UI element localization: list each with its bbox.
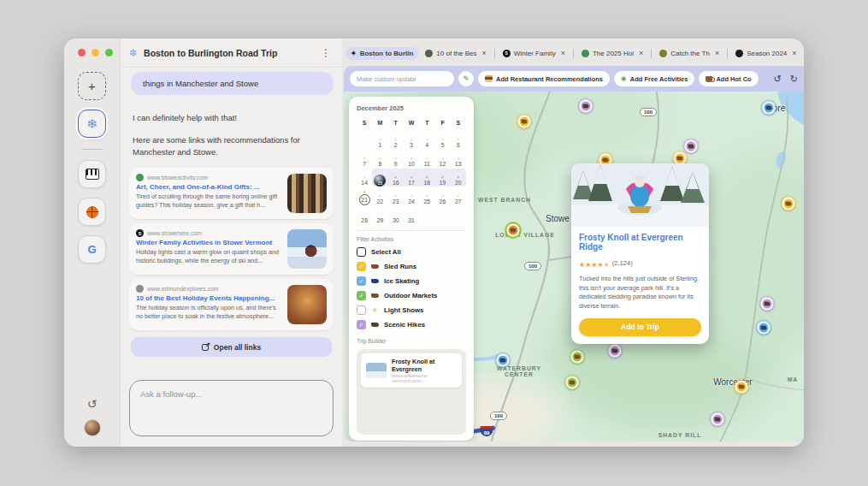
calendar-date-cell[interactable]: ✳12 (434, 150, 450, 168)
tab-10-of-the-best[interactable]: 10 of the Bes × (420, 46, 491, 60)
custom-update-input[interactable] (350, 71, 454, 86)
calendar-date-cell[interactable]: ✳22 (372, 187, 387, 205)
user-avatar[interactable] (84, 419, 101, 436)
calendar-date-cell[interactable]: ✳2 (388, 131, 404, 149)
map-marker-sled[interactable] (735, 381, 748, 394)
close-tab-icon[interactable]: × (639, 49, 643, 57)
add-hot-cocoa-button[interactable]: Add Hot Co (699, 71, 758, 86)
filter-item-ice-skating[interactable]: ✓Ice Skating (357, 276, 466, 286)
map-marker-hiking-boot[interactable] (761, 298, 774, 311)
new-space-button[interactable]: + (78, 72, 106, 100)
calendar-date-cell[interactable]: ✳13 (451, 150, 466, 168)
followup-input[interactable] (129, 380, 334, 436)
undo-icon[interactable]: ↺ (774, 74, 782, 85)
kebab-menu-icon[interactable]: ⋮ (318, 47, 334, 59)
calendar-date-cell[interactable]: ✳3 (404, 131, 419, 149)
calendar-date-cell[interactable]: ✳26 (434, 187, 450, 205)
map-marker-ice-skate[interactable] (497, 354, 510, 367)
zoom-window-button[interactable] (105, 49, 113, 56)
map-marker-sled[interactable] (571, 351, 584, 364)
calendar-date-cell[interactable]: 15 (372, 169, 387, 187)
calendar-date-cell[interactable]: ✳25 (419, 187, 434, 205)
map-marker-basket[interactable] (507, 224, 520, 237)
checkbox[interactable] (357, 247, 366, 257)
calendar-date-cell[interactable]: ✳27 (451, 187, 466, 205)
open-all-links-button[interactable]: Open all links (131, 337, 332, 357)
browser-area: ✦ Boston to Burlin 10 of the Bes × S Win… (342, 39, 804, 447)
calendar-selected-ring[interactable]: 21 (359, 194, 370, 205)
tab-the-2025-holiday[interactable]: The 2025 Hol × (576, 46, 648, 60)
filter-item-light-shows[interactable]: ✳Light Shows (357, 305, 466, 315)
calendar-date-cell[interactable]: ✳7 (357, 150, 372, 168)
checkbox[interactable]: ✓ (357, 320, 366, 329)
calendar-date-cell[interactable]: ✳6 (451, 131, 466, 149)
edit-pencil-button[interactable]: ✎ (458, 71, 474, 86)
calendar-date-cell[interactable]: ✳10 (404, 150, 419, 168)
history-icon[interactable]: ↺ (87, 397, 97, 411)
sidebar-item-google-app[interactable]: G (78, 235, 106, 264)
calendar-date-cell[interactable]: ✳19 (434, 169, 450, 187)
map-marker-hiking-boot[interactable] (685, 140, 698, 153)
sidebar-item-snowflake-app[interactable]: ❄ (78, 110, 106, 138)
close-window-button[interactable] (78, 49, 86, 56)
checkbox[interactable]: ✓ (357, 276, 366, 286)
close-tab-icon[interactable]: × (561, 49, 565, 57)
add-restaurant-recommendations-button[interactable]: Add Restaurant Recommendations (478, 71, 610, 86)
calendar-date-cell[interactable]: ✳11 (419, 150, 434, 168)
chat-messages[interactable]: things in Manchester and Stowe I can def… (121, 68, 342, 373)
map-canvas[interactable]: WEST BRANCHStoweLOWER VILLAGEWATERBURY C… (344, 92, 804, 442)
link-card[interactable]: www.edmundexplores.com 10 of the Best Ho… (129, 279, 334, 330)
calendar-date-cell[interactable]: ✳5 (434, 131, 450, 149)
map-marker-hiking-boot[interactable] (580, 100, 593, 113)
tab-boston-to-burlington[interactable]: ✦ Boston to Burlin (345, 47, 418, 60)
calendar-date-cell[interactable]: ✳8 (372, 150, 387, 168)
calendar-date-cell[interactable]: ✳14 (357, 169, 372, 187)
basketball-icon (86, 206, 98, 218)
redo-icon[interactable]: ↻ (790, 74, 798, 85)
calendar-date-cell[interactable]: ✳4 (419, 131, 434, 149)
checkbox[interactable]: ✓ (357, 262, 366, 271)
add-free-activities-button[interactable]: ✳ Add Free Activities (614, 71, 694, 86)
close-tab-icon[interactable]: × (482, 49, 487, 57)
calendar-date-cell[interactable]: ✳1 (372, 131, 387, 149)
sidebar-item-basketball-app[interactable] (78, 198, 106, 226)
close-tab-icon[interactable]: × (715, 49, 719, 57)
filter-item-sled-runs[interactable]: ✓Sled Runs (357, 262, 466, 271)
calendar-date-cell[interactable]: ✳18 (419, 169, 434, 187)
trip-builder-item[interactable]: Frosty Knoll at Evergreen www.adventure-… (361, 353, 462, 388)
tab-season-2024[interactable]: Season 2024 × (730, 46, 801, 60)
map-marker-hiking-boot[interactable] (609, 345, 622, 358)
map-marker-basket[interactable] (566, 376, 579, 389)
map-marker-sled[interactable] (518, 116, 531, 128)
calendar-date-cell[interactable]: 28 (357, 206, 372, 224)
add-to-trip-button[interactable]: Add to Trip (579, 318, 701, 336)
calendar-date-cell[interactable]: ✳21 (357, 187, 372, 205)
map-marker-sled[interactable] (782, 198, 795, 210)
calendar-date-cell[interactable]: ✳9 (388, 150, 404, 168)
calendar-date-cell[interactable]: 31 (404, 206, 419, 224)
calendar-date-cell[interactable]: 30 (388, 206, 404, 224)
map-marker-hiking-boot[interactable] (712, 413, 724, 426)
checkbox[interactable]: ✓ (357, 291, 366, 300)
tab-winter-family[interactable]: S Winter Family × (498, 46, 570, 60)
checkbox[interactable] (357, 305, 366, 315)
minimize-window-button[interactable] (92, 49, 99, 56)
calendar-avatar-day[interactable]: 15 (374, 175, 386, 187)
calendar-date-cell[interactable]: ✳24 (404, 187, 419, 205)
calendar-date-cell[interactable]: ✳23 (388, 187, 404, 205)
map-marker-ice-skate[interactable] (758, 322, 771, 335)
calendar-date-cell[interactable]: 29 (372, 206, 387, 224)
calendar-activity-icon: ✳ (363, 157, 366, 161)
calendar-date-cell[interactable]: ✳20 (451, 169, 466, 187)
calendar-date-cell[interactable]: ✳16 (388, 169, 404, 187)
filter-item-outdoor-markets[interactable]: ✓Outdoor Markets (357, 291, 466, 300)
sidebar-item-piano-app[interactable] (78, 160, 106, 188)
tab-catch-the[interactable]: Catch the Th × (654, 46, 724, 60)
filter-item-scenic-hikes[interactable]: ✓Scenic Hikes (357, 320, 466, 329)
map-marker-ice-skate[interactable] (763, 102, 776, 115)
calendar-date-cell[interactable]: ✳17 (404, 169, 419, 187)
link-card[interactable]: www.stoweactivity.com Art, Cheer, and On… (129, 168, 334, 219)
link-card[interactable]: Swww.stowehere.com Winter Family Activit… (129, 223, 334, 275)
close-tab-icon[interactable]: × (792, 49, 796, 57)
filter-item-select-all[interactable]: Select All (357, 247, 466, 257)
